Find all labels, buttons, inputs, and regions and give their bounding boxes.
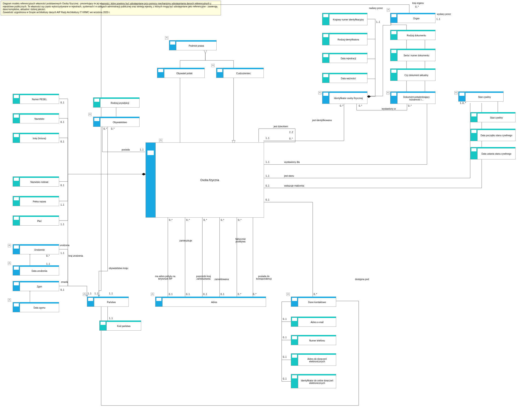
rodzaj-dokumentu[interactable]: Rodzaj dokumentu bbox=[390, 30, 436, 40]
mult: 0..* bbox=[253, 293, 256, 295]
nazwisko[interactable]: Nazwisko bbox=[13, 113, 59, 123]
nazwisko-rodowe[interactable]: Nazwisko rodowe bbox=[13, 177, 59, 187]
mult: 1..0..* bbox=[460, 102, 466, 104]
label-poprzedni-kraj: poprzedni kraj zamieszkania bbox=[193, 275, 214, 280]
mult: 0..1 bbox=[283, 336, 287, 339]
plec[interactable]: Płeć bbox=[13, 216, 59, 226]
label: Kod państwa bbox=[107, 321, 141, 330]
sub-indicator bbox=[159, 139, 162, 142]
data-waznosci[interactable]: Data ważności bbox=[322, 73, 367, 83]
seria-numer[interactable]: Seria i numer dokumentu bbox=[390, 49, 436, 61]
data-ustania-stanu[interactable]: Data ustania stanu cywilnego bbox=[470, 147, 516, 159]
label: Rodzaj identyfikatora bbox=[329, 33, 367, 45]
label-wystawiony-dla: wystawiony dla bbox=[284, 161, 300, 163]
pelna-nazwa[interactable]: Pełna nazwa bbox=[13, 196, 59, 206]
osoba-fizyczna[interactable]: Osoba fizyczna bbox=[145, 142, 264, 218]
label: Adres bbox=[162, 297, 266, 306]
label: Płeć bbox=[20, 216, 59, 225]
label-zmarla: zmarła bbox=[61, 281, 68, 283]
dokument-potw[interactable]: Dokument potwierdzający tożsamość i... bbox=[390, 91, 436, 104]
mult: 1..1 bbox=[436, 18, 440, 21]
imie[interactable]: Imię (Imiona) bbox=[13, 133, 59, 143]
label: Identyfikator osoby fizycznej bbox=[329, 91, 367, 104]
krajowy-numer[interactable]: Krajowy numer identyfikacyjny bbox=[322, 13, 367, 25]
numer-telefonu[interactable]: Numer telefonu bbox=[291, 335, 336, 345]
data-poczatku-stanu[interactable]: Data początku stanu cywilnego bbox=[470, 129, 516, 141]
label: Państwo bbox=[94, 297, 129, 306]
mult: 0..1 bbox=[186, 293, 190, 295]
sub-indicator bbox=[387, 8, 390, 11]
label-dostepna-pod: dostępna pod bbox=[355, 278, 369, 281]
urodzenie[interactable]: Urodzenie bbox=[13, 244, 59, 254]
label: Nazwisko bbox=[20, 113, 59, 123]
obywatel-polski[interactable]: Obywatel polski bbox=[157, 68, 205, 78]
mult: 1..1 bbox=[265, 137, 269, 139]
sub-indicator bbox=[8, 298, 11, 302]
label-wystawiony-w: wystawiony w bbox=[382, 107, 396, 110]
label: Obywatelstwo bbox=[100, 117, 139, 126]
label: Pełna nazwa bbox=[20, 196, 59, 206]
rodzaj-jurysdykcji[interactable]: Rodzaj jurysdykcji bbox=[93, 97, 140, 107]
mult: 1..1 bbox=[88, 292, 91, 295]
numer-pesel[interactable]: Numer PESEL bbox=[13, 94, 59, 104]
label: Data zgonu bbox=[20, 302, 59, 312]
organ[interactable]: Organ bbox=[390, 13, 436, 23]
podmiot-prawa[interactable]: Podmiot prawa bbox=[169, 40, 217, 50]
adres-doreczen[interactable]: Adres do doręczeń elektronicznych bbox=[291, 353, 336, 366]
adres-email[interactable]: Adres e-mail bbox=[291, 317, 336, 327]
mult: 0..1 bbox=[60, 140, 64, 143]
data-urodzenia[interactable]: Data urodzenia bbox=[13, 265, 59, 275]
label-jest-stanu: jest stanu bbox=[284, 175, 294, 177]
cudzoziemiec[interactable]: Cudzoziemiec bbox=[216, 68, 264, 78]
label-ma-adres-pobytu: ma adres pobytu na terytorium RP bbox=[151, 275, 180, 280]
label: Nazwisko rodowe bbox=[20, 177, 59, 186]
mult: 0..* bbox=[111, 127, 114, 130]
mult: 0..1 bbox=[283, 318, 287, 320]
mult: 1..1 bbox=[376, 21, 380, 23]
label-faktycznie-przebywa: faktycznie przebywa bbox=[231, 238, 250, 243]
label: Krajowy numer identyfikacyjny bbox=[329, 13, 367, 25]
kod-panstwa[interactable]: Kod państwa bbox=[99, 321, 141, 331]
mult: 0..* bbox=[340, 105, 343, 107]
label: Data początku stanu cywilnego bbox=[477, 129, 515, 141]
mult: 0..1 bbox=[265, 199, 269, 201]
label-zamieszkuje: zamieszkuje bbox=[179, 239, 192, 242]
mult: 0..1 bbox=[220, 293, 224, 295]
stan-cywilny[interactable]: Stan cywilny bbox=[458, 91, 504, 102]
mult: 1..1 bbox=[265, 175, 269, 177]
mult: 0..* bbox=[46, 255, 50, 257]
label: Urodzenie bbox=[20, 244, 59, 254]
label: Adres e-mail bbox=[298, 317, 336, 326]
mult: 0..* bbox=[221, 219, 224, 221]
sub-indicator bbox=[88, 113, 91, 116]
mult: 0..1 bbox=[283, 378, 287, 380]
mult: 0..1 bbox=[203, 293, 207, 295]
label: Data urodzenia bbox=[20, 265, 59, 275]
label: Cudzoziemiec bbox=[223, 68, 264, 78]
dane-kontaktowe[interactable]: Dane kontaktowe bbox=[291, 297, 336, 307]
label-nadany-przez: nadany przez bbox=[369, 7, 383, 10]
zgon[interactable]: Zgon bbox=[13, 281, 59, 291]
sub-indicator bbox=[151, 293, 154, 296]
obywatelstwo[interactable]: Obywatelstwo bbox=[93, 117, 140, 127]
data-rejestracji[interactable]: Data rejestracji bbox=[322, 53, 367, 63]
stan-cywilny-attr[interactable]: Stan cywilny bbox=[470, 112, 516, 122]
sub-indicator bbox=[454, 91, 458, 94]
panstwo[interactable]: Państwo bbox=[87, 297, 129, 307]
label: Adres do doręczeń elektronicznych bbox=[298, 353, 336, 366]
data-zgonu[interactable]: Data zgonu bbox=[13, 302, 59, 312]
mult: 0..* bbox=[415, 6, 419, 8]
label: Stan cywilny bbox=[465, 91, 503, 101]
label: Identyfikator do celów doręczeń elektron… bbox=[298, 374, 336, 388]
identyfikator-doreczen[interactable]: Identyfikator do celów doręczeń elektron… bbox=[291, 374, 336, 388]
label: Rodzaj dokumentu bbox=[397, 30, 435, 40]
adres[interactable]: Adres bbox=[155, 297, 266, 307]
mult: 0..* bbox=[314, 293, 317, 295]
czy-aktualny[interactable]: Czy dokument aktualny bbox=[390, 68, 436, 81]
label: Data ustania stanu cywilnego bbox=[477, 147, 515, 159]
mult: 0..* bbox=[103, 127, 107, 130]
rodzaj-identyfikatora[interactable]: Rodzaj identyfikatora bbox=[322, 33, 367, 45]
label: Imię (Imiona) bbox=[20, 133, 59, 143]
identyfikator-osoby[interactable]: Identyfikator osoby fizycznej bbox=[322, 91, 367, 104]
mult: 1..1 bbox=[109, 317, 113, 320]
